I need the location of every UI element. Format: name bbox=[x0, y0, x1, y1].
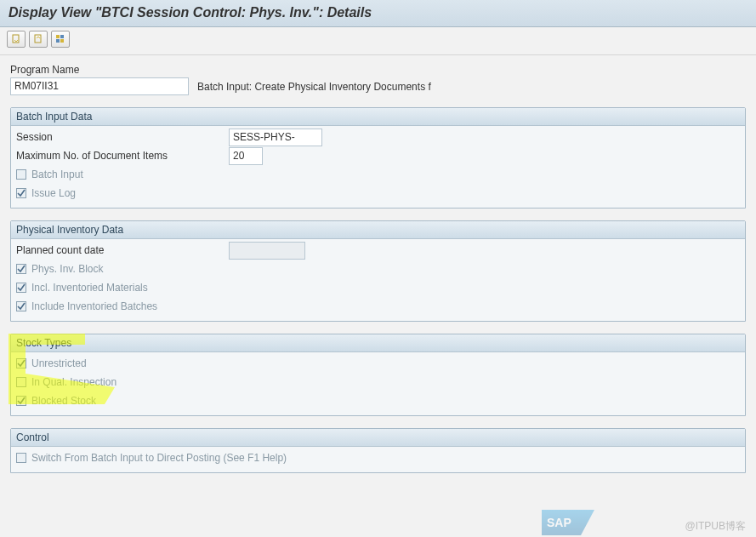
program-name-label: Program Name bbox=[10, 64, 219, 76]
unrestricted-label: Unrestricted bbox=[31, 357, 87, 369]
qual-inspection-label: In Qual. Inspection bbox=[31, 376, 117, 388]
phys-block-checkbox[interactable] bbox=[16, 264, 26, 274]
switch-direct-posting-checkbox[interactable] bbox=[16, 453, 26, 463]
batch-input-label: Batch Input bbox=[31, 169, 83, 180]
svg-text:SAP: SAP bbox=[547, 516, 571, 529]
planned-date-field[interactable] bbox=[229, 242, 305, 260]
group-header-control: Control bbox=[11, 429, 745, 447]
maxitems-label: Maximum No. of Document Items bbox=[16, 150, 229, 162]
document-up-icon bbox=[33, 34, 43, 44]
batch-input-checkbox[interactable] bbox=[16, 169, 26, 180]
program-description: Batch Input: Create Physical Inventory D… bbox=[197, 81, 431, 93]
blocked-stock-label: Blocked Stock bbox=[31, 395, 96, 407]
page-title-bar: Display View "BTCI Session Control: Phys… bbox=[0, 0, 756, 27]
program-name-field[interactable]: RM07II31 bbox=[10, 77, 189, 95]
toolbar-btn-1[interactable] bbox=[7, 31, 26, 48]
unrestricted-checkbox[interactable] bbox=[16, 358, 26, 368]
document-arrow-icon bbox=[11, 34, 21, 44]
incl-batch-label: Include Inventoried Batches bbox=[31, 300, 157, 312]
maxitems-field[interactable]: 20 bbox=[229, 147, 263, 165]
svg-rect-4 bbox=[56, 39, 60, 43]
group-phys-inv: Physical Inventory Data Planned count da… bbox=[10, 220, 746, 322]
group-control: Control Switch From Batch Input to Direc… bbox=[10, 428, 746, 473]
svg-rect-2 bbox=[56, 35, 60, 38]
incl-mat-label: Incl. Inventoried Materials bbox=[31, 282, 148, 294]
group-header-batch-input: Batch Input Data bbox=[11, 108, 745, 126]
incl-batch-checkbox[interactable] bbox=[16, 301, 26, 311]
watermark-text: @ITPUB博客 bbox=[685, 519, 746, 534]
switch-direct-posting-label: Switch From Batch Input to Direct Postin… bbox=[31, 452, 287, 464]
group-header-stock-types: Stock Types bbox=[11, 334, 745, 352]
group-stock-types: Stock Types Unrestricted In Qual. Inspec… bbox=[10, 334, 746, 416]
planned-date-label: Planned count date bbox=[16, 244, 229, 256]
svg-rect-1 bbox=[35, 35, 41, 43]
toolbar-btn-2[interactable] bbox=[29, 31, 48, 48]
group-header-phys-inv: Physical Inventory Data bbox=[11, 221, 745, 239]
session-label: Session bbox=[16, 131, 229, 143]
content-area: Program Name RM07II31 Batch Input: Creat… bbox=[0, 55, 756, 482]
page-title: Display View "BTCI Session Control: Phys… bbox=[9, 5, 372, 20]
session-field[interactable]: SESS-PHYS- bbox=[229, 129, 322, 146]
svg-rect-5 bbox=[60, 39, 64, 43]
svg-rect-3 bbox=[60, 35, 64, 38]
blocked-stock-checkbox[interactable] bbox=[16, 396, 26, 406]
grid-icon bbox=[55, 34, 65, 44]
issue-log-checkbox[interactable] bbox=[16, 188, 26, 198]
toolbar bbox=[0, 27, 756, 55]
qual-inspection-checkbox[interactable] bbox=[16, 377, 26, 387]
sap-logo-icon: SAP bbox=[542, 510, 594, 535]
phys-block-label: Phys. Inv. Block bbox=[31, 263, 103, 275]
group-batch-input: Batch Input Data Session SESS-PHYS- Maxi… bbox=[10, 107, 746, 209]
issue-log-label: Issue Log bbox=[31, 187, 76, 199]
incl-mat-checkbox[interactable] bbox=[16, 283, 26, 293]
toolbar-btn-3[interactable] bbox=[51, 31, 70, 48]
